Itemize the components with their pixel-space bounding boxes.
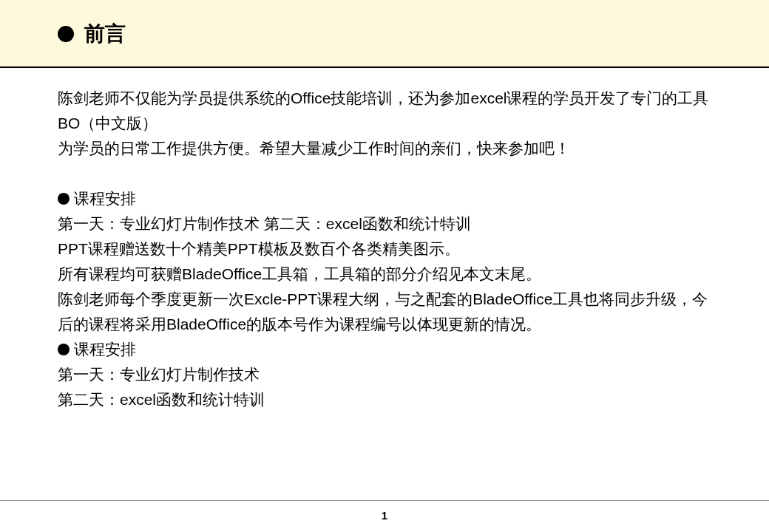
- paragraph: 第二天：excel函数和统计特训: [58, 387, 717, 412]
- header-band: 前言: [0, 0, 769, 68]
- paragraph: 陈剑老师每个季度更新一次Excle-PPT课程大纲，与之配套的BladeOffi…: [58, 287, 717, 337]
- paragraph: 陈剑老师不仅能为学员提供系统的Office技能培训，还为参加excel课程的学员…: [58, 86, 717, 136]
- paragraph: 为学员的日常工作提供方便。希望大量减少工作时间的亲们，快来参加吧！: [58, 136, 717, 161]
- section-heading: 课程安排: [58, 186, 717, 211]
- bullet-icon: [58, 344, 70, 355]
- page-number: 1: [0, 509, 769, 522]
- blank-line: [58, 161, 717, 186]
- page-title: 前言: [84, 24, 126, 44]
- paragraph: 所有课程均可获赠BladeOffice工具箱，工具箱的部分介绍见本文末尾。: [58, 262, 717, 287]
- paragraph: 第一天：专业幻灯片制作技术 第二天：excel函数和统计特训: [58, 211, 717, 236]
- paragraph: 第一天：专业幻灯片制作技术: [58, 362, 717, 387]
- section-heading: 课程安排: [58, 337, 717, 362]
- bullet-icon: [58, 193, 70, 205]
- paragraph: PPT课程赠送数十个精美PPT模板及数百个各类精美图示。: [58, 236, 717, 262]
- content-body: 陈剑老师不仅能为学员提供系统的Office技能培训，还为参加excel课程的学员…: [0, 68, 769, 412]
- title-row: 前言: [58, 24, 126, 44]
- heading-text: 课程安排: [74, 341, 136, 358]
- heading-text: 课程安排: [74, 190, 136, 207]
- title-bullet-icon: [58, 26, 74, 42]
- footer-divider: [0, 500, 769, 501]
